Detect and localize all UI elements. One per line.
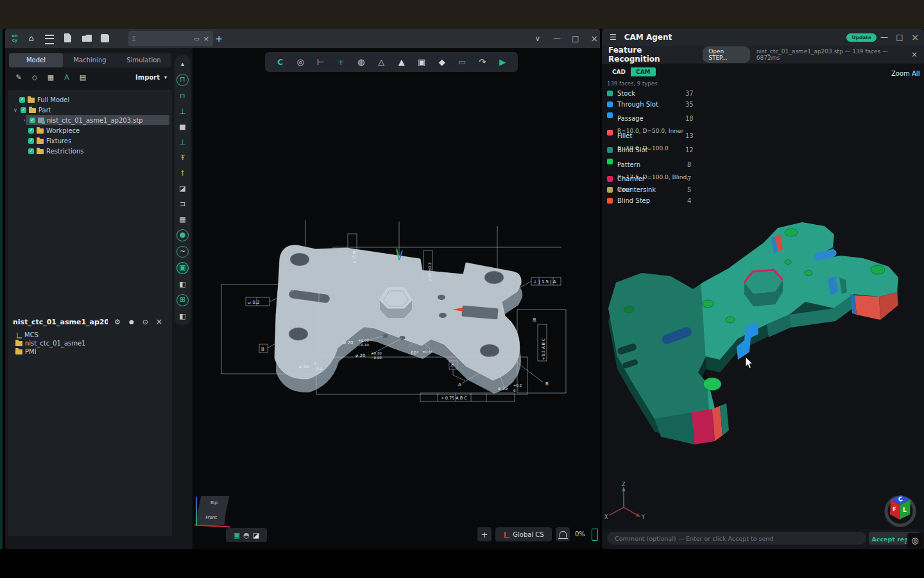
open-folder-icon[interactable]	[82, 35, 92, 42]
pocket-icon[interactable]: ◧	[177, 279, 188, 290]
exit-icon[interactable]: ⊐	[177, 198, 188, 209]
viewcube-top-face[interactable]: Top	[198, 496, 230, 511]
cad-viewcube[interactable]: Top Front	[194, 492, 233, 529]
minimize-icon[interactable]: —	[549, 30, 565, 47]
collapsed-caret-icon[interactable]: ›	[22, 116, 27, 125]
dither-grid-icon[interactable]: ▦	[177, 214, 188, 225]
grid-table-icon[interactable]: ⊞	[176, 294, 189, 306]
region-icon[interactable]: ▣	[176, 262, 189, 274]
box-op-icon[interactable]: ◆	[434, 57, 450, 67]
eye-icon[interactable]: ⊙	[142, 318, 148, 326]
tool-mill-icon[interactable]: ⊥	[177, 106, 188, 117]
cam-toggle[interactable]: CAM	[631, 67, 656, 76]
add-cs-button[interactable]: +	[477, 527, 492, 541]
caliper-op-icon[interactable]: ⊢	[313, 57, 329, 67]
close-icon[interactable]: ×	[156, 317, 162, 326]
cam-part-model[interactable]	[603, 218, 924, 450]
import-caret-icon[interactable]: ▾	[164, 74, 167, 80]
annotation-icon[interactable]: A	[61, 73, 73, 82]
platform-op-icon[interactable]: ▭	[454, 57, 470, 67]
viewcube-front-face[interactable]: Front	[196, 510, 227, 525]
zoom-all-button[interactable]: Zoom All	[891, 70, 920, 77]
maximize-icon[interactable]: □	[568, 30, 583, 47]
cad-part-model[interactable]: ▱ 0.2 ⊥ | 1.5 | A ⌀ 35 B ⌀ 35 ±0.3 ⌖ 0.5…	[212, 212, 578, 424]
tool-holder-selected-icon[interactable]: ⊓	[176, 74, 189, 86]
collapse-window-icon[interactable]: ∨	[530, 30, 545, 47]
solid-icon[interactable]: ◇	[29, 73, 40, 82]
screw-tool-2-icon[interactable]: †	[177, 168, 188, 179]
maximize-icon[interactable]: □	[892, 29, 907, 46]
tree-item-full-model[interactable]: ✓ Full Model	[19, 95, 69, 105]
gear-icon[interactable]: ⚙	[114, 318, 121, 326]
droplet-icon[interactable]: ●	[129, 319, 134, 325]
flag-op-icon[interactable]: ▣	[414, 57, 429, 67]
tab-machining[interactable]: Machining	[63, 53, 117, 67]
checkbox-icon[interactable]: ✓	[28, 148, 34, 154]
global-cs-selector[interactable]: Global CS	[495, 527, 552, 541]
feature-row-blind-step[interactable]: Blind Step	[607, 197, 697, 205]
pocket-2-icon[interactable]: ◧	[177, 311, 188, 322]
tree-item-fixtures[interactable]: ✓ Fixtures	[28, 136, 71, 146]
cad-toggle[interactable]: CAD	[607, 67, 631, 76]
close-icon[interactable]: ×	[907, 29, 923, 46]
checkbox-icon[interactable]: ✓	[28, 128, 34, 134]
document-tab[interactable]: ⌶ ▭ ×	[128, 31, 213, 46]
select-box-icon[interactable]: ▣	[234, 531, 240, 539]
agent-status-icon[interactable]: ◎	[907, 533, 923, 548]
feature-row-chamfer[interactable]: Chamfer	[607, 175, 697, 183]
checkbox-icon[interactable]: ✓	[30, 118, 35, 123]
cam-viewcube[interactable]: C F L	[882, 490, 918, 529]
tool-holder-icon[interactable]: ⊓	[177, 91, 188, 101]
curve-icon[interactable]: ~	[176, 246, 189, 258]
update-button[interactable]: Update	[846, 33, 877, 42]
gauge-op-icon[interactable]: ◎	[293, 57, 308, 67]
mesh-icon[interactable]: ▦	[45, 73, 56, 82]
point-icon[interactable]: ●	[176, 229, 189, 241]
menu-icon[interactable]: ☰	[610, 33, 617, 42]
home-icon[interactable]: ⌂	[24, 31, 38, 46]
cad-titlebar[interactable]: ency ⌂ ⌶ ▭ × + ∨ — □ ×	[5, 29, 600, 48]
tab-close-icon[interactable]: ×	[203, 35, 209, 43]
import-button[interactable]: Import	[135, 74, 160, 81]
header-close-icon[interactable]: ×	[911, 50, 918, 59]
save-icon[interactable]	[101, 34, 109, 42]
close-icon[interactable]: ×	[586, 30, 602, 47]
magnet-op-icon[interactable]: C	[273, 57, 288, 67]
feature-row-stock[interactable]: Stock	[607, 89, 697, 98]
tree-item-step-file[interactable]: › ✓ nist_ctc_01_asme1_ap203.stp	[22, 116, 143, 125]
menu-icon[interactable]	[45, 35, 54, 44]
tree-item-restrictions[interactable]: ✓ Restrictions	[28, 146, 84, 156]
tree-item-workpiece[interactable]: ✓ Workpiece	[28, 126, 80, 136]
cone-op-icon[interactable]: △	[373, 57, 389, 67]
checkbox-icon[interactable]: ✓	[28, 138, 34, 144]
screw-tool-icon[interactable]: Ŧ	[177, 152, 188, 163]
notifications-button[interactable]	[556, 527, 570, 541]
tool-bell-icon[interactable]: ⊥	[177, 137, 188, 148]
sketch-icon[interactable]: ✎	[13, 73, 24, 82]
new-file-icon[interactable]	[64, 33, 71, 42]
tab-model[interactable]: Model	[9, 53, 63, 67]
checkbox-icon[interactable]: ✓	[19, 97, 25, 103]
tab-simulation[interactable]: Simulation	[117, 53, 171, 67]
part-panel-item-pmi[interactable]: PMI	[15, 347, 37, 356]
new-tab-button[interactable]: +	[212, 31, 226, 46]
move-op-icon[interactable]: +	[333, 57, 348, 67]
expand-caret-icon[interactable]: ∨	[13, 105, 18, 115]
feature-row-through-slot[interactable]: Through Slot	[607, 100, 697, 109]
collapse-icon[interactable]: ▴	[177, 58, 188, 69]
shaded-sphere-icon[interactable]: ◓	[243, 531, 250, 539]
clamp-icon[interactable]: ◪	[177, 183, 188, 194]
flag2-op-icon[interactable]: ▶	[495, 57, 510, 67]
minimize-icon[interactable]: —	[877, 29, 892, 46]
shaded-cube-icon[interactable]: ◪	[253, 531, 259, 539]
curve-plus-op-icon[interactable]: ↷	[475, 57, 490, 67]
checkbox-icon[interactable]: ✓	[21, 107, 26, 113]
sphere-op-icon[interactable]: ◍	[354, 57, 369, 67]
comment-input[interactable]	[607, 532, 866, 545]
open-step-button[interactable]: Open STEP...	[703, 46, 750, 63]
stock-icon[interactable]: ■	[177, 121, 188, 132]
cam-titlebar[interactable]: ☰ CAM Agent Update — □ ×	[602, 29, 924, 46]
table-icon[interactable]: ▤	[77, 73, 89, 82]
press-op-icon[interactable]: ▲	[394, 57, 409, 67]
tree-item-part[interactable]: ∨ ✓ Part	[13, 105, 51, 115]
